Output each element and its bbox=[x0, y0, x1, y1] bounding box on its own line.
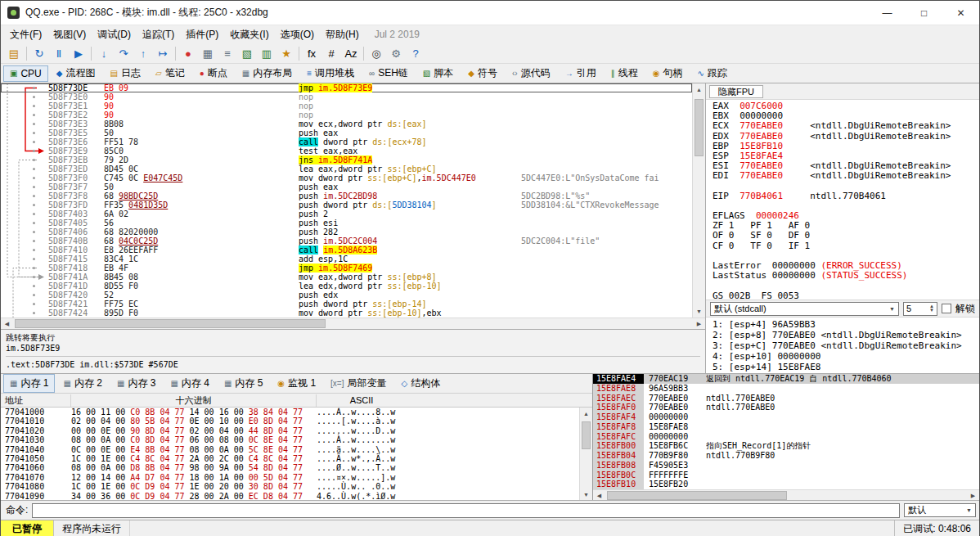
disasm-row-5D8F7405[interactable]: 5D8F740556push esi bbox=[1, 218, 692, 227]
stack-row[interactable]: 15E8FAE896A59BB3 bbox=[593, 384, 979, 394]
scroll-left-arrow[interactable]: ◀ bbox=[1, 318, 13, 329]
disasm-row-5D8F73E1[interactable]: 5D8F73E190nop bbox=[1, 101, 692, 110]
tab-cpu[interactable]: ▣CPU bbox=[3, 65, 48, 82]
disasm-row-5D8F73ED[interactable]: 5D8F73ED8D45 0Clea eax,dword ptr ss:[ebp… bbox=[1, 164, 692, 173]
scroll-thumb[interactable] bbox=[582, 421, 591, 449]
disassembly-vertical-scrollbar[interactable]: ▲ ▼ bbox=[692, 83, 705, 318]
breakpoint-dot[interactable] bbox=[33, 123, 35, 125]
tab-trace[interactable]: ∿跟踪 bbox=[690, 64, 733, 83]
disassembly-horizontal-scrollbar[interactable]: ◀ ▶ bbox=[1, 318, 705, 329]
disasm-row-5D8F73F8[interactable]: 5D8F73F868 98BDC25Dpush im.5DC2BD985DC2B… bbox=[1, 191, 692, 200]
stack-row[interactable]: 15E8FAEC770EABE0ntdll.770EABE0 bbox=[593, 394, 979, 403]
scroll-down-arrow[interactable]: ▼ bbox=[693, 305, 705, 318]
dump-row[interactable]: 7704106008 00 0A 00 D8 8B 04 77 98 00 9A… bbox=[1, 463, 579, 472]
open-file-button[interactable]: ▤ bbox=[4, 45, 24, 62]
tab-memory-4[interactable]: ▦内存 4 bbox=[164, 374, 215, 393]
tab-references[interactable]: →引用 bbox=[559, 64, 603, 83]
spinner-arrows-icon[interactable]: ▲▼ bbox=[929, 304, 934, 313]
help-button[interactable]: ? bbox=[406, 45, 425, 62]
command-input[interactable] bbox=[32, 503, 900, 518]
tab-threads[interactable]: ∥线程 bbox=[605, 64, 645, 83]
hide-fpu-button[interactable]: 隐藏FPU bbox=[709, 85, 763, 98]
dump-row[interactable]: 770410501C 00 1E 00 C4 8C 04 77 2A 00 2C… bbox=[1, 454, 579, 463]
breakpoint-dot[interactable] bbox=[33, 150, 35, 152]
disasm-row-5D8F740B[interactable]: 5D8F740B68 04C0C25Dpush im.5DC2C0045DC2C… bbox=[1, 236, 692, 245]
scroll-thumb[interactable] bbox=[15, 319, 326, 328]
stack-row[interactable]: 15E8FAF400000000 bbox=[593, 412, 979, 422]
favorites-button[interactable]: ★ bbox=[276, 45, 296, 62]
tab-breakpoints[interactable]: ●断点 bbox=[193, 64, 234, 83]
breakpoint-dot[interactable] bbox=[33, 285, 35, 287]
disasm-row-5D8F7418[interactable]: 5D8F7418EB 4Fjmp im.5D8F7469 bbox=[1, 263, 692, 273]
argument-count-spinner[interactable]: 5 ▲▼ bbox=[903, 302, 937, 316]
call-stack-button[interactable]: ≡ bbox=[218, 45, 237, 62]
breakpoint-dot[interactable] bbox=[33, 96, 35, 98]
menu-help[interactable]: 帮助(H) bbox=[320, 26, 365, 43]
breakpoint-dot[interactable] bbox=[33, 213, 35, 215]
stack-row[interactable]: 15E8FAFC00000000 bbox=[593, 432, 979, 442]
menu-file[interactable]: 文件(F) bbox=[4, 26, 47, 43]
script-button[interactable]: ▧ bbox=[237, 45, 257, 62]
breakpoint-dot[interactable] bbox=[33, 168, 35, 170]
breakpoint-dot[interactable] bbox=[33, 222, 35, 224]
menu-options[interactable]: 选项(O) bbox=[275, 26, 320, 43]
dump-row[interactable]: 7704107012 00 14 00 A4 D7 04 77 18 00 1A… bbox=[1, 473, 579, 482]
breakpoint-dot[interactable] bbox=[33, 132, 35, 134]
disasm-row-5D8F73F7[interactable]: 5D8F73F750push eax bbox=[1, 182, 692, 191]
dump-vertical-scrollbar[interactable]: ▲ ▼ bbox=[579, 408, 592, 501]
tab-graph[interactable]: ◆流程图 bbox=[50, 64, 102, 83]
disasm-row-5D8F73E5[interactable]: 5D8F73E550push eax bbox=[1, 128, 692, 137]
stack-row[interactable]: 15E8FB08F45905E3 bbox=[593, 461, 979, 471]
breakpoint-dot[interactable] bbox=[33, 303, 35, 305]
unlock-checkbox[interactable] bbox=[942, 304, 951, 313]
menu-view[interactable]: 视图(V) bbox=[47, 26, 92, 43]
disasm-row-5D8F73E0[interactable]: 5D8F73E090nop bbox=[1, 92, 692, 101]
disasm-row-5D8F741A[interactable]: 5D8F741A8B45 08mov eax,dword ptr ss:[ebp… bbox=[1, 273, 692, 282]
disasm-row-5D8F73FD[interactable]: 5D8F73FDFF35 0481D35Dpush dword ptr ds:[… bbox=[1, 200, 692, 209]
registers-view[interactable]: EAX 007C6000EBX 00000000ECX 770EABE0 <nt… bbox=[706, 100, 979, 300]
scroll-track[interactable] bbox=[13, 318, 693, 329]
breakpoint-dot[interactable] bbox=[33, 195, 35, 197]
disasm-row-5D8F7420[interactable]: 5D8F742052push edx bbox=[1, 291, 692, 300]
dump-row[interactable]: 7704101002 00 04 00 80 5B 04 77 0E 00 10… bbox=[1, 417, 579, 426]
scroll-thumb[interactable] bbox=[607, 491, 787, 500]
dump-row[interactable]: 7704102000 00 0E 00 90 8D 04 77 02 00 04… bbox=[1, 426, 579, 435]
scroll-thumb[interactable] bbox=[695, 99, 704, 156]
tab-memory-map[interactable]: ▦内存布局 bbox=[236, 64, 299, 83]
dump-row[interactable]: 7704100016 00 11 00 C0 8B 04 77 14 00 16… bbox=[1, 408, 579, 417]
disasm-row-5D8F7415[interactable]: 5D8F741583C4 1Cadd esp,1C bbox=[1, 254, 692, 263]
dump-view[interactable]: 7704100016 00 11 00 C0 8B 04 77 14 00 16… bbox=[1, 408, 579, 501]
stack-row[interactable]: 15E8FAF0770EABE0ntdll.770EABE0 bbox=[593, 403, 979, 412]
scroll-up-arrow[interactable]: ▲ bbox=[693, 83, 705, 96]
tab-handles[interactable]: ◉句柄 bbox=[646, 64, 690, 83]
menu-trace[interactable]: 追踪(T) bbox=[137, 26, 180, 43]
step-into-button[interactable]: ↓ bbox=[94, 45, 114, 62]
search-button[interactable]: ◎ bbox=[366, 45, 386, 62]
tab-seh[interactable]: ∞SEH链 bbox=[362, 64, 415, 83]
breakpoint-dot[interactable] bbox=[33, 141, 35, 143]
breakpoint-dot[interactable] bbox=[33, 276, 35, 278]
tab-memory-3[interactable]: ▦内存 3 bbox=[110, 374, 162, 393]
scroll-up-arrow[interactable]: ▲ bbox=[580, 408, 592, 420]
tab-source[interactable]: ‹›源代码 bbox=[506, 64, 557, 83]
minimize-button[interactable]: — bbox=[869, 1, 906, 25]
step-out-button[interactable]: ↑ bbox=[133, 45, 153, 62]
disasm-row-5D8F7403[interactable]: 5D8F74036A 02push 2 bbox=[1, 209, 692, 218]
dump-row[interactable]: 770410400C 00 0E 00 E4 8B 04 77 08 00 0A… bbox=[1, 445, 579, 454]
hash-button[interactable]: # bbox=[321, 45, 341, 62]
disasm-row-5D8F73DE[interactable]: 5D8F73DEEB 09jmp im.5D8F73E9 bbox=[1, 83, 692, 92]
disasm-row-5D8F7421[interactable]: 5D8F7421FF75 ECpush dword ptr ss:[ebp-14… bbox=[1, 300, 692, 309]
breakpoint-dot[interactable] bbox=[33, 258, 35, 260]
tab-script[interactable]: ▧脚本 bbox=[416, 64, 460, 83]
run-button[interactable]: ▶ bbox=[69, 45, 88, 62]
scroll-down-arrow[interactable]: ▼ bbox=[580, 489, 592, 501]
stack-view[interactable]: 15E8FAE4770EAC19返回到 ntdll.770EAC19 自 ntd… bbox=[593, 374, 979, 489]
tab-memory-2[interactable]: ▦内存 2 bbox=[56, 374, 108, 393]
breakpoint-dot[interactable] bbox=[33, 159, 35, 161]
scroll-track[interactable] bbox=[605, 490, 967, 501]
breakpoint-dot[interactable] bbox=[33, 294, 35, 296]
stack-row[interactable]: 15E8FAF815E8FAE8 bbox=[593, 422, 979, 432]
breakpoint-dot[interactable] bbox=[33, 240, 35, 242]
tab-call-stack[interactable]: ≡调用堆栈 bbox=[300, 64, 361, 83]
disasm-row-5D8F73E6[interactable]: 5D8F73E6FF51 78call dword ptr ds:[ecx+78… bbox=[1, 137, 692, 146]
